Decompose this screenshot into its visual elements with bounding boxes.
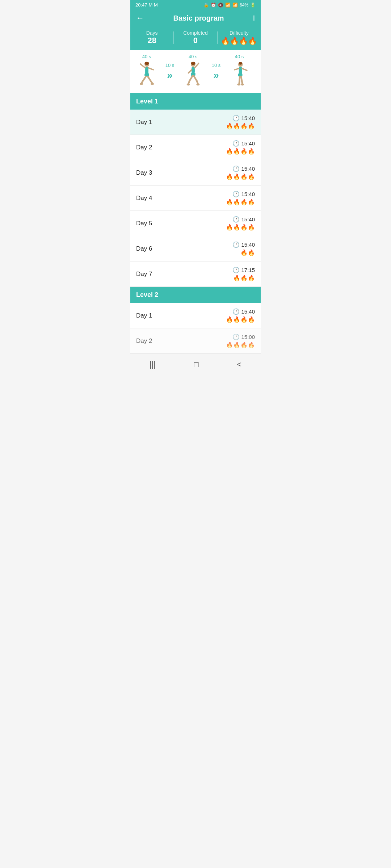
difficulty-fires: 🔥🔥🔥🔥	[226, 316, 255, 323]
clock-icon: 🕐	[232, 241, 240, 248]
svg-line-29	[241, 77, 242, 84]
exercise-item-3[interactable]: 40 s	[227, 54, 252, 90]
day-duration: 🕐 15:40	[232, 165, 255, 172]
completed-value: 0	[174, 36, 217, 45]
table-row[interactable]: Day 3 🕐 15:40 🔥🔥🔥🔥	[130, 160, 261, 186]
table-row[interactable]: Day 1 🕐 15:40 🔥🔥🔥🔥	[130, 110, 261, 135]
svg-line-6	[141, 77, 146, 84]
menu-button[interactable]: |||	[142, 358, 163, 371]
day-duration: 🕐 15:40	[232, 191, 255, 197]
svg-line-19	[197, 81, 198, 84]
table-row[interactable]: Day 2 🕐 15:00 🔥🔥🔥🔥	[130, 328, 261, 354]
day-duration: 🕐 15:00	[232, 333, 255, 340]
clock-icon: 🕐	[232, 191, 240, 197]
table-row[interactable]: Day 7 🕐 17:15 🔥🔥🔥	[130, 261, 261, 287]
clock-icon: 🕐	[232, 216, 240, 223]
day-meta: 🕐 15:00 🔥🔥🔥🔥	[226, 333, 255, 348]
stat-days: Days 28	[130, 30, 173, 45]
svg-point-31	[241, 84, 244, 85]
figure-pose3	[228, 61, 251, 90]
days-label: Days	[130, 30, 173, 36]
days-value: 28	[130, 36, 173, 45]
exercise-item-2[interactable]: 40 s	[180, 54, 206, 90]
svg-line-28	[239, 77, 240, 84]
exercise-time-1: 40 s	[142, 54, 151, 59]
difficulty-fires: 🔥🔥🔥🔥	[226, 173, 255, 180]
home-button[interactable]: □	[187, 358, 206, 371]
day-name: Day 5	[136, 220, 152, 227]
day-meta: 🕐 15:40 🔥🔥	[232, 241, 255, 256]
lock-icon: 🔒	[203, 3, 209, 8]
wifi-icon: 📶	[225, 3, 231, 8]
difficulty-fires: 🔥🔥🔥🔥	[218, 37, 261, 45]
exercise-strip: 40 s 10 s » 40 s	[130, 50, 261, 93]
difficulty-label: Difficulty	[218, 30, 261, 36]
day-name: Day 2	[136, 144, 152, 151]
stat-completed: Completed 0	[174, 30, 217, 45]
back-button[interactable]: ←	[136, 13, 144, 23]
clock-icon: 🕐	[232, 333, 240, 340]
rest-item-1: 10 s »	[161, 63, 179, 81]
day-duration: 🕐 15:40	[232, 241, 255, 248]
mute-icon: 🔇	[218, 3, 223, 8]
status-time: 20:47	[135, 2, 147, 8]
stat-difficulty: Difficulty 🔥🔥🔥🔥	[218, 30, 261, 45]
status-bar: 20:47 M M 🔒 ⏰ 🔇 📶 📶 64% 🔋	[130, 0, 261, 10]
clock-icon: 🕐	[232, 308, 240, 315]
stats-bar: Days 28 Completed 0 Difficulty 🔥🔥🔥🔥	[130, 26, 261, 50]
rest-item-2: 10 s »	[207, 63, 225, 81]
svg-point-1	[144, 62, 149, 65]
completed-label: Completed	[174, 30, 217, 36]
header: ← Basic program i	[130, 10, 261, 26]
svg-line-26	[235, 68, 239, 70]
table-row[interactable]: Day 6 🕐 15:40 🔥🔥	[130, 236, 261, 261]
difficulty-fires: 🔥🔥🔥🔥	[226, 341, 255, 348]
clock-icon: 🕐	[232, 115, 240, 122]
info-button[interactable]: i	[253, 13, 255, 23]
day-meta: 🕐 17:15 🔥🔥🔥	[232, 267, 255, 281]
back-nav-button[interactable]: <	[230, 358, 249, 371]
table-row[interactable]: Day 4 🕐 15:40 🔥🔥🔥🔥	[130, 186, 261, 211]
figure-pose2	[181, 61, 205, 90]
svg-point-21	[196, 84, 199, 85]
day-duration: 🕐 15:40	[232, 216, 255, 223]
svg-point-11	[191, 62, 195, 65]
day-duration: 🕐 15:40	[232, 140, 255, 147]
arrow-icon-1: »	[167, 69, 173, 81]
level-1-days: Day 1 🕐 15:40 🔥🔥🔥🔥 Day 2 🕐 15:40 🔥🔥🔥🔥	[130, 110, 261, 287]
page-title: Basic program	[144, 14, 253, 22]
day-meta: 🕐 15:40 🔥🔥🔥🔥	[226, 115, 255, 129]
level-2-header: Level 2	[130, 287, 261, 303]
clock-icon: 🕐	[232, 267, 240, 273]
table-row[interactable]: Day 1 🕐 15:40 🔥🔥🔥🔥	[130, 303, 261, 328]
day-duration: 🕐 15:40	[232, 308, 255, 315]
svg-line-16	[189, 76, 192, 81]
difficulty-fires: 🔥🔥🔥	[233, 275, 255, 281]
status-carrier: M M	[149, 2, 158, 8]
day-name: Day 6	[136, 245, 152, 252]
exercise-time-2: 40 s	[189, 54, 198, 59]
difficulty-fires: 🔥🔥🔥🔥	[226, 148, 255, 155]
day-duration: 🕐 15:40	[232, 115, 255, 122]
figure-pose1	[135, 61, 159, 90]
svg-line-14	[188, 70, 192, 73]
day-meta: 🕐 15:40 🔥🔥🔥🔥	[226, 140, 255, 155]
day-meta: 🕐 15:40 🔥🔥🔥🔥	[226, 216, 255, 231]
svg-line-4	[148, 68, 153, 70]
day-name: Day 1	[136, 119, 152, 126]
level-1-header: Level 1	[130, 93, 261, 110]
table-row[interactable]: Day 2 🕐 15:40 🔥🔥🔥🔥	[130, 135, 261, 160]
table-row[interactable]: Day 5 🕐 15:40 🔥🔥🔥🔥	[130, 211, 261, 236]
svg-line-17	[194, 76, 197, 81]
exercise-item-1[interactable]: 40 s	[134, 54, 159, 90]
status-icons: 🔒 ⏰ 🔇 📶 📶 64% 🔋	[203, 3, 256, 8]
day-meta: 🕐 15:40 🔥🔥🔥🔥	[226, 191, 255, 205]
exercise-time-3: 40 s	[235, 54, 244, 59]
day-name: Day 4	[136, 195, 152, 202]
svg-point-30	[237, 84, 240, 85]
difficulty-fires: 🔥🔥🔥🔥	[226, 224, 255, 231]
rest-time-2: 10 s	[212, 63, 221, 68]
rest-time-1: 10 s	[165, 63, 175, 68]
day-name: Day 7	[136, 271, 152, 278]
day-name: Day 3	[136, 169, 152, 176]
